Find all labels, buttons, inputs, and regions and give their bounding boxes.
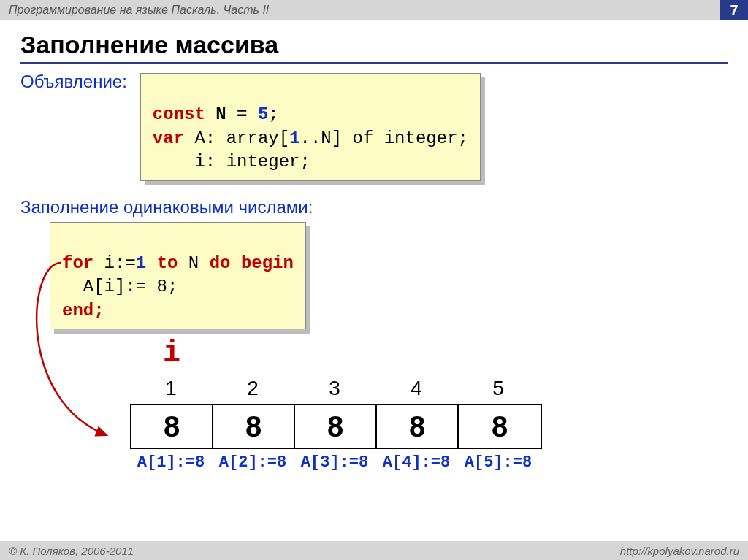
title-underline <box>20 62 728 64</box>
fill-label: Заполнение одинаковыми числами: <box>20 197 728 218</box>
assignment-text: A[5]:=8 <box>457 453 539 472</box>
index-row: 1 2 3 4 5 <box>130 377 539 400</box>
footer-bar: © К. Поляков, 2006-2011 http://kpolyakov… <box>0 541 748 560</box>
index-cell: 3 <box>294 377 375 400</box>
slide-content: Заполнение массива Объявление: const N =… <box>0 20 748 497</box>
index-cell: 5 <box>457 377 539 400</box>
index-cell: 1 <box>130 377 212 400</box>
array-diagram: i 1 2 3 4 5 8 8 8 8 8 A[1]:=8 A[ <box>94 337 728 497</box>
code-block-fill: for i:=1 to N do begin A[i]:= 8; end; <box>50 222 306 330</box>
assignment-row: A[1]:=8 A[2]:=8 A[3]:=8 A[4]:=8 A[5]:=8 <box>130 453 539 472</box>
array-cells: 8 8 8 8 8 <box>130 404 542 449</box>
copyright: © К. Поляков, 2006-2011 <box>9 545 134 557</box>
index-cell: 2 <box>212 377 294 400</box>
index-cell: 4 <box>375 377 457 400</box>
array-cell: 8 <box>213 405 295 448</box>
array-cell: 8 <box>295 405 377 448</box>
i-variable-label: i <box>163 337 180 369</box>
footer-url: http://kpolyakov.narod.ru <box>620 545 739 557</box>
assignment-text: A[4]:=8 <box>375 453 457 472</box>
assignment-text: A[1]:=8 <box>130 453 212 472</box>
declaration-label: Объявление: <box>20 72 127 92</box>
assignment-text: A[2]:=8 <box>212 453 294 472</box>
page-number: 7 <box>720 0 748 20</box>
header-bar: Программирование на языке Паскаль. Часть… <box>0 0 748 20</box>
array-cell: 8 <box>377 405 459 448</box>
code-block-declaration: const N = 5; var A: array[1..N] of integ… <box>140 73 481 181</box>
array-cell: 8 <box>459 405 541 448</box>
slide-title: Заполнение массива <box>20 31 728 59</box>
array-cell: 8 <box>131 405 213 448</box>
doc-title: Программирование на языке Паскаль. Часть… <box>9 4 269 17</box>
assignment-text: A[3]:=8 <box>294 453 375 472</box>
